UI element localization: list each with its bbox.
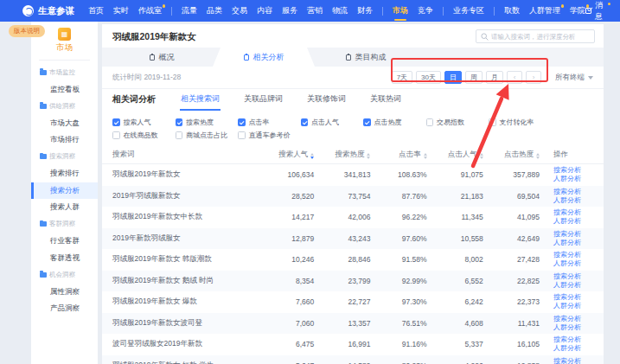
sidebar-item-产品洞察[interactable]: 产品洞察 xyxy=(31,300,98,317)
word-tab-关联热词[interactable]: 关联热词 xyxy=(369,90,402,111)
version-badge[interactable]: 版本说明 xyxy=(9,25,45,37)
sidebar-item-市场大盘[interactable]: 市场大盘 xyxy=(31,115,98,132)
tab-相关分析[interactable]: 相关分析 xyxy=(213,48,315,67)
action-link-搜索分析[interactable]: 搜索分析 xyxy=(553,251,593,259)
table-header-点击热度[interactable]: 点击热度 xyxy=(483,150,540,160)
terminal-dropdown[interactable]: 所有终端 xyxy=(555,73,593,83)
nav-item-市场[interactable]: 市场 xyxy=(393,0,408,22)
action-link-人群分析[interactable]: 人群分析 xyxy=(553,259,593,268)
checkbox-交易指数[interactable]: 交易指数 xyxy=(426,118,489,127)
nav-item-学院[interactable]: 学院 xyxy=(570,0,585,22)
checkbox-搜索热度[interactable]: 搜索热度 xyxy=(176,118,239,127)
nav-item-物流[interactable]: 物流 xyxy=(332,0,348,22)
nav-item-交易[interactable]: 交易 xyxy=(232,0,247,22)
range-button-周[interactable]: 周 xyxy=(465,71,483,84)
table-header-点击率[interactable]: 点击率 xyxy=(370,150,426,160)
checkbox-点击率[interactable]: 点击率 xyxy=(238,118,301,127)
sidebar-group-供给洞察: 供给洞察 xyxy=(31,98,98,115)
tab-概况[interactable]: 概况 xyxy=(111,48,213,67)
action-link-人群分析[interactable]: 人群分析 xyxy=(553,323,593,332)
action-link-搜索分析[interactable]: 搜索分析 xyxy=(553,293,593,302)
checkbox-搜索人气[interactable]: 搜索人气 xyxy=(112,118,176,127)
metric-cell-click_heat: 22,825 xyxy=(483,277,540,285)
action-link-人群分析[interactable]: 人群分析 xyxy=(553,281,593,290)
checkbox-box[interactable] xyxy=(489,118,496,126)
checkbox-box[interactable] xyxy=(112,131,120,139)
action-link-人群分析[interactable]: 人群分析 xyxy=(553,344,593,353)
action-link-人群分析[interactable]: 人群分析 xyxy=(553,217,593,226)
checkbox-box[interactable] xyxy=(176,131,183,139)
range-button-日[interactable]: 日 xyxy=(444,71,462,84)
checkbox-商城点击占比[interactable]: 商城点击占比 xyxy=(176,131,239,140)
nav-menu: 首页实时作战室流量品类交易内容服务营销物流财务市场竞争业务专区取数人群管理学院 xyxy=(88,0,585,22)
action-link-搜索分析[interactable]: 搜索分析 xyxy=(553,230,593,239)
search-term-cell: 羽绒服2019年新款女波司登 xyxy=(112,318,258,329)
nav-item-流量[interactable]: 流量 xyxy=(182,0,197,22)
action-link-人群分析[interactable]: 人群分析 xyxy=(553,239,593,247)
column-label: 搜索热度 xyxy=(335,150,364,158)
table-header-搜索热度[interactable]: 搜索热度 xyxy=(314,150,370,160)
sidebar-item-搜索人群[interactable]: 搜索人群 xyxy=(31,199,98,216)
nav-item-实时[interactable]: 实时 xyxy=(113,0,129,22)
search-input[interactable] xyxy=(491,33,590,41)
sidebar-item-搜索分析[interactable]: 搜索分析 xyxy=(31,182,98,200)
range-button-›[interactable]: › xyxy=(526,71,541,84)
checkbox-box[interactable] xyxy=(176,118,183,126)
checkbox-直通车参考价[interactable]: 直通车参考价 xyxy=(238,131,301,140)
action-link-人群分析[interactable]: 人群分析 xyxy=(553,196,593,205)
nav-item-品类[interactable]: 品类 xyxy=(207,0,222,22)
checkbox-点击热度[interactable]: 点击热度 xyxy=(363,118,426,127)
table-header-搜索人气[interactable]: 搜索人气 xyxy=(258,150,314,160)
action-link-搜索分析[interactable]: 搜索分析 xyxy=(553,357,593,364)
main-content: 羽绒服2019年新款女 概况相关分析类目构成 统计时间 2019-11-28 7… xyxy=(102,24,604,364)
nav-item-人群管理[interactable]: 人群管理 xyxy=(529,0,560,22)
keyword-search-box[interactable] xyxy=(476,29,595,43)
nav-item-营销[interactable]: 营销 xyxy=(307,0,323,22)
action-link-人群分析[interactable]: 人群分析 xyxy=(553,175,593,183)
checkbox-box[interactable] xyxy=(238,131,246,139)
checkbox-box[interactable] xyxy=(301,118,309,126)
sidebar-item-属性洞察[interactable]: 属性洞察 xyxy=(31,284,98,301)
range-button-30天[interactable]: 30天 xyxy=(416,71,441,84)
tab-类目构成[interactable]: 类目构成 xyxy=(315,48,417,67)
search-term-cell: 2019年新款羽绒服女 xyxy=(112,233,258,244)
action-link-搜索分析[interactable]: 搜索分析 xyxy=(553,208,593,217)
app-logo[interactable]: 生意参谋 xyxy=(22,5,74,17)
action-link-搜索分析[interactable]: 搜索分析 xyxy=(553,315,593,323)
range-button-月[interactable]: 月 xyxy=(486,71,503,84)
nav-item-财务[interactable]: 财务 xyxy=(357,0,373,22)
sidebar-item-行业客群[interactable]: 行业客群 xyxy=(31,233,98,250)
nav-item-服务[interactable]: 服务 xyxy=(282,0,297,22)
range-button-7天[interactable]: 7天 xyxy=(392,71,412,84)
nav-item-内容[interactable]: 内容 xyxy=(257,0,272,22)
nav-item-首页[interactable]: 首页 xyxy=(88,0,104,22)
checkbox-box[interactable] xyxy=(112,118,120,126)
action-link-人群分析[interactable]: 人群分析 xyxy=(553,302,593,310)
sidebar-item-搜索排行[interactable]: 搜索排行 xyxy=(31,165,98,182)
metric-cell-click_heat: 41,095 xyxy=(483,213,540,221)
word-tab-关联品牌词[interactable]: 关联品牌词 xyxy=(243,90,284,111)
nav-divider xyxy=(382,7,383,16)
range-button-‹[interactable]: ‹ xyxy=(507,71,522,84)
action-link-搜索分析[interactable]: 搜索分析 xyxy=(553,272,593,281)
checkbox-box[interactable] xyxy=(426,118,434,126)
checkbox-点击人气[interactable]: 点击人气 xyxy=(301,118,364,127)
checkbox-支付转化率[interactable]: 支付转化率 xyxy=(489,118,552,127)
checkbox-box[interactable] xyxy=(363,118,371,126)
nav-item-作战室[interactable]: 作战室 xyxy=(138,0,162,22)
sidebar-item-监控看板[interactable]: 监控看板 xyxy=(31,81,98,99)
action-link-搜索分析[interactable]: 搜索分析 xyxy=(553,166,593,175)
messages-button[interactable]: 消息 xyxy=(585,0,610,22)
sidebar-item-市场排行[interactable]: 市场排行 xyxy=(31,131,98,149)
table-header-点击人气[interactable]: 点击人气 xyxy=(427,150,483,160)
word-tab-关联修饰词[interactable]: 关联修饰词 xyxy=(306,90,347,111)
nav-item-竞争[interactable]: 竞争 xyxy=(418,0,433,22)
word-tab-相关搜索词[interactable]: 相关搜索词 xyxy=(180,90,221,111)
nav-item-业务专区[interactable]: 业务专区 xyxy=(453,0,484,22)
action-link-搜索分析[interactable]: 搜索分析 xyxy=(553,188,593,196)
checkbox-在线商品数[interactable]: 在线商品数 xyxy=(112,131,176,140)
checkbox-box[interactable] xyxy=(238,118,246,126)
action-link-搜索分析[interactable]: 搜索分析 xyxy=(553,335,593,344)
nav-item-取数[interactable]: 取数 xyxy=(504,0,520,22)
sidebar-item-客群透视[interactable]: 客群透视 xyxy=(31,250,98,267)
